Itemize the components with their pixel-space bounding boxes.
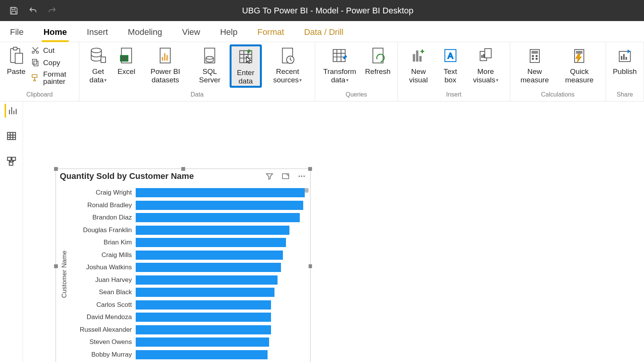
category-label: Bobby Murray (70, 349, 136, 361)
category-label: Brian Kim (70, 236, 136, 249)
bar[interactable] (136, 213, 300, 222)
model-view-button[interactable] (5, 154, 18, 168)
filter-icon[interactable] (265, 172, 274, 180)
recent-sources-button[interactable]: Recent sources▾ (265, 44, 310, 85)
bar[interactable] (136, 325, 271, 334)
tab-data-drill[interactable]: Data / Drill (302, 22, 346, 42)
chevron-down-icon: ▾ (496, 77, 498, 83)
transform-data-icon (331, 46, 348, 65)
paste-icon (8, 46, 24, 65)
report-canvas[interactable]: Quantity Sold by Customer Name Customer … (23, 102, 644, 362)
cut-icon (31, 46, 39, 54)
svg-rect-8 (32, 59, 36, 64)
new-visual-button[interactable]: New visual (402, 44, 434, 85)
category-label: Craig Wright (70, 187, 136, 199)
cut-button[interactable]: Cut (31, 46, 75, 54)
bar[interactable] (136, 226, 289, 235)
more-options-icon[interactable] (297, 172, 306, 180)
refresh-button[interactable]: Refresh (363, 44, 393, 84)
publish-icon (617, 46, 632, 65)
resize-handle[interactable] (308, 167, 312, 171)
visual-container[interactable]: Quantity Sold by Customer Name Customer … (56, 169, 310, 362)
svg-point-43 (304, 175, 305, 177)
bar[interactable] (136, 313, 271, 322)
svg-rect-39 (9, 162, 13, 165)
excel-button[interactable]: X Excel (115, 44, 138, 84)
group-queries: Transform data▾ Refresh Queries (315, 42, 398, 101)
more-visuals-button[interactable]: More visuals▾ (466, 44, 505, 85)
visual-scrollbar[interactable] (305, 188, 309, 360)
svg-rect-7 (34, 61, 38, 66)
bar[interactable] (136, 337, 269, 347)
undo-button[interactable] (28, 5, 38, 16)
category-label: Joshua Watkins (70, 261, 136, 274)
resize-handle[interactable] (54, 167, 58, 171)
new-visual-icon (411, 46, 426, 65)
bar[interactable] (136, 300, 271, 310)
category-label: Brandon Diaz (70, 211, 136, 224)
svg-rect-9 (32, 75, 37, 77)
tab-modeling[interactable]: Modeling (126, 22, 164, 42)
transform-data-button[interactable]: Transform data▾ (320, 44, 360, 85)
svg-point-17 (206, 56, 214, 59)
recent-sources-icon (280, 46, 295, 65)
resize-handle[interactable] (181, 167, 185, 171)
ribbon: Paste Cut Copy Format painter Clipboard (0, 42, 644, 102)
visual-title: Quantity Sold by Customer Name (60, 171, 194, 181)
bar[interactable] (136, 188, 305, 197)
pbi-datasets-button[interactable]: Power BI datasets (141, 44, 190, 85)
bar[interactable] (136, 238, 286, 247)
category-label: Juan Harvey (70, 274, 136, 287)
sql-server-icon (202, 46, 217, 65)
svg-rect-3 (13, 47, 17, 50)
sql-server-button[interactable]: SQL Server (193, 44, 227, 85)
bar[interactable] (136, 251, 283, 260)
get-data-icon (90, 46, 107, 65)
svg-rect-4 (15, 53, 23, 64)
category-label: Douglas Franklin (70, 224, 136, 237)
tab-file[interactable]: File (8, 22, 26, 42)
get-data-button[interactable]: Get data▾ (84, 44, 112, 85)
chevron-down-icon: ▾ (299, 77, 302, 83)
save-button[interactable] (8, 5, 19, 16)
bar[interactable] (136, 350, 268, 359)
report-view-button[interactable] (5, 104, 18, 118)
focus-mode-icon[interactable] (281, 172, 290, 180)
bar[interactable] (136, 263, 281, 272)
tab-home[interactable]: Home (41, 22, 69, 42)
bar[interactable] (136, 275, 278, 285)
category-label: David Mendoza (70, 311, 136, 324)
format-painter-icon (31, 74, 39, 82)
paste-button[interactable]: Paste (5, 44, 28, 84)
group-insert: New visual A Text box More visuals▾ Inse… (398, 42, 510, 101)
new-measure-button[interactable]: New measure (515, 44, 555, 85)
tab-view[interactable]: View (180, 22, 202, 42)
data-view-button[interactable] (5, 129, 18, 143)
svg-rect-21 (333, 49, 345, 61)
tab-help[interactable]: Help (218, 22, 240, 42)
tab-format[interactable]: Format (255, 22, 286, 42)
group-clipboard: Paste Cut Copy Format painter Clipboard (0, 42, 79, 101)
group-calculations: New measure Quick measure Calculations (510, 42, 606, 101)
bar[interactable] (136, 201, 303, 210)
group-label: Calculations (515, 91, 601, 100)
svg-point-41 (299, 175, 300, 177)
text-box-button[interactable]: A Text box (437, 44, 463, 85)
resize-handle[interactable] (308, 264, 312, 268)
resize-handle[interactable] (54, 264, 58, 268)
group-label: Data (84, 91, 310, 100)
quick-measure-button[interactable]: Quick measure (558, 44, 601, 85)
y-axis-title: Customer Name (59, 251, 70, 298)
bar-chart: Customer Name Craig WrightRonald Bradley… (59, 187, 305, 362)
publish-button[interactable]: Publish (611, 44, 639, 84)
bar[interactable] (136, 288, 274, 297)
svg-rect-26 (485, 49, 491, 58)
group-share: Publish Share (606, 42, 644, 101)
copy-button[interactable]: Copy (31, 58, 75, 67)
tab-insert[interactable]: Insert (85, 22, 110, 42)
title-bar: UBG To Power BI - Model - Power BI Deskt… (0, 0, 644, 21)
redo-button[interactable] (47, 5, 58, 16)
svg-point-31 (532, 58, 534, 60)
format-painter-button[interactable]: Format painter (31, 70, 75, 85)
enter-data-button[interactable]: Enter data (230, 44, 262, 88)
